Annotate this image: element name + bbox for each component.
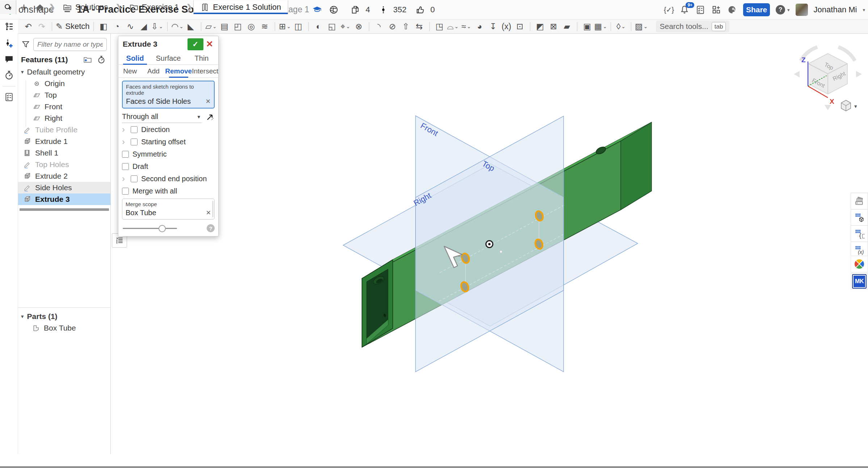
rotate-right-arrow[interactable] (856, 71, 862, 77)
cancel-button[interactable]: ✕ (203, 38, 216, 50)
appearance-editor-button[interactable] (851, 193, 868, 209)
clear-merge-scope-icon[interactable]: ✕ (206, 209, 211, 217)
parts-group[interactable]: ▾ Parts (1) (18, 311, 110, 322)
add-tab-button[interactable]: + (16, 0, 31, 14)
changes-icon[interactable] (379, 5, 388, 14)
featurescript-icon[interactable]: {✓} (664, 5, 674, 14)
feature-extrude-3[interactable]: Extrude 3 (18, 193, 110, 205)
public-document-icon[interactable] (329, 5, 339, 15)
configured-features-button[interactable] (851, 226, 868, 242)
variable-tool[interactable]: (x) (500, 20, 513, 33)
tab-thin[interactable]: Thin (185, 52, 218, 64)
apps-button[interactable] (711, 5, 721, 15)
sweep-tool[interactable]: ∿ (124, 20, 137, 33)
feature-top[interactable]: Top (18, 89, 110, 101)
material-tool[interactable]: ▨⌄ (635, 20, 648, 33)
feature-top-holes[interactable]: Top Holes (18, 159, 110, 170)
hole-tool[interactable]: ◎ (245, 20, 258, 33)
learning-center-icon[interactable] (312, 5, 322, 15)
mode-remove[interactable]: Remove (165, 65, 192, 77)
transform-tool[interactable]: ⌖⌄ (339, 20, 352, 33)
part-item-box-tube[interactable]: Box Tube (18, 322, 110, 334)
origin-marker[interactable] (486, 241, 493, 248)
rollback-bar[interactable] (20, 208, 109, 211)
feature-right[interactable]: Right (18, 112, 110, 124)
redo-tool[interactable]: ↷ (35, 20, 49, 33)
search-tabs-button[interactable] (0, 0, 16, 14)
tab-solid[interactable]: Solid (118, 52, 152, 64)
tab-exercise-1[interactable]: Exercise 1 (123, 0, 186, 14)
view-options-menu[interactable]: ▾ (841, 100, 857, 111)
mode-add[interactable]: Add (142, 65, 165, 77)
notifications-button[interactable]: 9+ (679, 5, 690, 15)
feature-history-icon[interactable] (97, 55, 106, 64)
copies-icon[interactable] (350, 5, 361, 15)
option-second-end-position[interactable]: ›Second end position (122, 173, 215, 185)
extrude-tool[interactable]: ◧ (97, 20, 110, 33)
help-menu[interactable]: ? ▾ (776, 5, 790, 14)
view-cube[interactable]: Top Front Right Z X (794, 47, 862, 110)
flatten-tool[interactable]: ▰ (560, 20, 574, 33)
offset-surface-tool[interactable]: ⌓⌄ (446, 20, 460, 33)
search-tools[interactable]: Search tools... tab (656, 21, 729, 32)
tab-solutions[interactable]: Solutions (56, 0, 115, 14)
fillet-tool[interactable]: ◠⌄ (171, 20, 184, 33)
revolve-tool[interactable]: ◔ (110, 20, 124, 33)
extract-tool[interactable]: ◩ (534, 20, 547, 33)
edit-history-button[interactable] (4, 70, 14, 81)
move-face-tool[interactable]: ⇧ (399, 20, 413, 33)
option-draft[interactable]: Draft (122, 160, 215, 173)
modify-fillet-tool[interactable]: ◝ (372, 20, 386, 33)
app-mk-button[interactable]: MK (851, 273, 868, 290)
feature-shell-1[interactable]: Shell 1 (18, 147, 110, 159)
merge-scope-field[interactable]: Merge scope Box Tube ✕ (122, 199, 215, 220)
option-starting-offset[interactable]: ›Starting offset (122, 136, 215, 148)
delete-part-tool[interactable]: ⊗ (352, 20, 366, 33)
pattern-part-tool[interactable]: ▦⌄ (594, 20, 607, 33)
rib-tool[interactable]: ▤ (218, 20, 231, 33)
option-direction[interactable]: ›Direction (122, 123, 215, 136)
shell-tool[interactable]: ◰ (231, 20, 245, 33)
likes-icon[interactable] (415, 5, 425, 15)
user-name[interactable]: Jonathan Mi (814, 5, 857, 14)
delete-body-tool[interactable]: ⊠ (547, 20, 560, 33)
feature-extrude-2[interactable]: Extrude 2 (18, 170, 110, 182)
avatar[interactable] (796, 4, 808, 16)
graphics-viewport[interactable]: Front Top Right Top Front Right Z X (111, 34, 868, 454)
tab-exercise-1-solution[interactable]: Exercise 1 Solution (193, 0, 288, 14)
filter-icon[interactable] (21, 40, 30, 49)
checkbox-merge-with-all[interactable] (122, 188, 129, 195)
feature-origin[interactable]: Origin (18, 78, 110, 89)
replace-face-tool[interactable]: ⇆ (413, 20, 426, 33)
flip-direction-button[interactable] (206, 112, 215, 121)
configuration-table-button[interactable] (851, 209, 868, 226)
sketch-tool[interactable]: ✎Sketch (55, 20, 90, 33)
add-folder-icon[interactable] (83, 55, 92, 64)
draft-tool[interactable]: ▱⌄ (205, 20, 218, 33)
thicken-tool[interactable]: ⇩⌄ (151, 20, 164, 33)
feature-front[interactable]: Front (18, 101, 110, 112)
loft-tool[interactable]: ◢ (137, 20, 151, 33)
home-tab-button[interactable] (31, 0, 48, 14)
rotate-left-arrow[interactable] (794, 71, 800, 77)
plane-tool[interactable]: ◳ (433, 20, 446, 33)
dialog-help-icon[interactable]: ? (207, 224, 215, 232)
slider-handle[interactable] (159, 225, 166, 232)
feature-list-toggle[interactable] (0, 20, 18, 34)
rotate-down-arrow[interactable] (825, 105, 831, 110)
confirm-button[interactable]: ✓ (187, 38, 203, 50)
feature-tuibe-profile[interactable]: Tuibe Profile (18, 124, 110, 136)
derived-tool[interactable]: ↧ (486, 20, 500, 33)
tab-surface[interactable]: Surface (152, 52, 185, 64)
feature-side-holes[interactable]: Side Holes (18, 182, 110, 193)
clear-selection-icon[interactable]: ✕ (206, 98, 211, 105)
share-button[interactable]: Share (743, 3, 770, 16)
rotate-arc-right[interactable] (838, 47, 855, 61)
checkbox-draft[interactable] (122, 163, 129, 170)
helix-tool[interactable]: ≈⌄ (460, 20, 473, 33)
user-menu-chevron-icon[interactable]: ▾ (863, 7, 865, 13)
opacity-slider[interactable] (123, 228, 177, 229)
boolean-tool[interactable]: ◐ (312, 20, 325, 33)
feature-default-geometry[interactable]: ▾Default geometry (18, 66, 110, 78)
tasks-button[interactable] (695, 5, 705, 15)
